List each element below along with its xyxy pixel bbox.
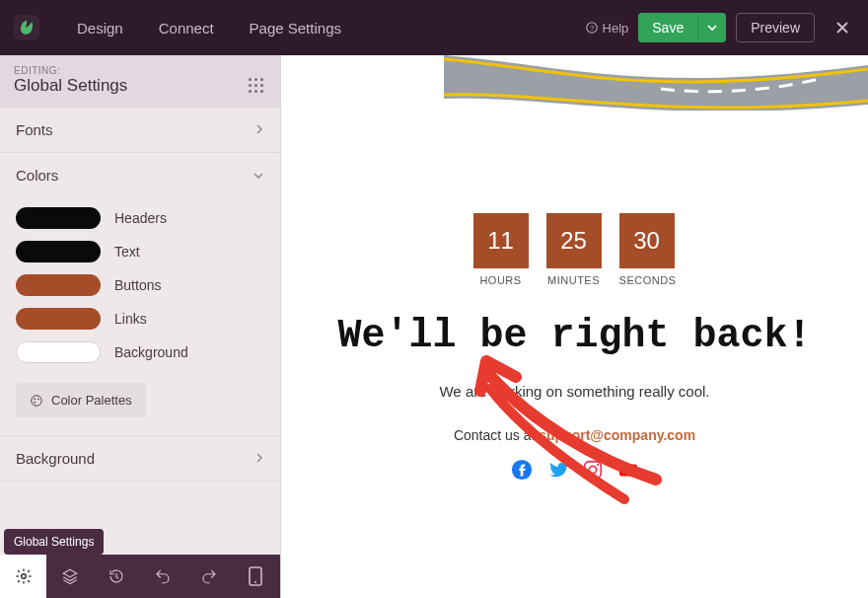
color-label: Links [114, 311, 147, 327]
footer-redo-button[interactable] [185, 555, 232, 598]
palette-icon [30, 394, 43, 408]
chevron-down-icon [253, 167, 264, 184]
color-row-links[interactable]: Links [16, 302, 264, 336]
svg-point-6 [21, 574, 26, 579]
countdown-hours-label: HOURS [473, 274, 529, 286]
page-heading[interactable]: We'll be right back! [317, 312, 832, 361]
countdown-seconds-label: SECONDS [619, 274, 677, 286]
leaf-icon [18, 19, 36, 37]
footer-undo-button[interactable] [139, 555, 185, 598]
countdown-minutes-label: MINUTES [546, 274, 602, 286]
layers-icon [61, 567, 79, 585]
preview-button[interactable]: Preview [736, 13, 815, 42]
page-canvas[interactable]: 11 HOURS 25 MINUTES 30 SECONDS We'll be … [281, 55, 868, 598]
caret-down-icon [707, 23, 717, 33]
chevron-right-icon [254, 450, 264, 467]
sidebar: EDITING: Global Settings Fonts Colors He… [0, 55, 281, 598]
color-row-headers[interactable]: Headers [16, 201, 264, 235]
color-label: Headers [114, 210, 167, 226]
svg-point-2 [32, 395, 42, 406]
close-icon [834, 20, 850, 36]
nav-design[interactable]: Design [59, 20, 141, 37]
countdown-minutes: 25 MINUTES [546, 213, 602, 286]
footer-layers-button[interactable] [46, 555, 93, 598]
color-label: Background [114, 344, 188, 360]
color-label: Buttons [114, 277, 161, 293]
color-swatch[interactable] [16, 241, 101, 262]
top-bar: Design Connect Page Settings ? Help Save… [0, 0, 868, 55]
footer-history-button[interactable] [93, 555, 139, 598]
svg-point-4 [37, 398, 39, 400]
color-row-text[interactable]: Text [16, 235, 264, 268]
countdown-hours-value: 11 [473, 213, 529, 268]
countdown: 11 HOURS 25 MINUTES 30 SECONDS [281, 213, 868, 286]
close-button[interactable] [831, 16, 854, 39]
accordion-fonts[interactable]: Fonts [0, 108, 280, 153]
top-right-controls: ? Help Save Preview [585, 13, 854, 42]
panel-title: Global Settings [14, 76, 127, 96]
mobile-icon [249, 566, 262, 586]
contact-line[interactable]: Contact us at support@company.com [281, 427, 868, 443]
footer-mobile-button[interactable] [232, 555, 278, 598]
color-swatch[interactable] [16, 308, 101, 330]
save-button[interactable]: Save [638, 13, 697, 42]
road-graphic [444, 55, 868, 111]
facebook-icon[interactable] [511, 459, 533, 481]
twitter-icon[interactable] [546, 459, 568, 481]
color-swatch[interactable] [16, 341, 101, 363]
gear-icon [15, 567, 33, 585]
social-icons [281, 459, 868, 481]
help-link[interactable]: ? Help [585, 21, 629, 36]
contact-email[interactable]: support@company.com [539, 427, 695, 443]
drag-handle-icon[interactable] [249, 78, 266, 96]
color-row-background[interactable]: Background [16, 336, 264, 369]
svg-point-5 [34, 401, 36, 403]
countdown-seconds-value: 30 [619, 213, 675, 268]
svg-point-12 [596, 464, 598, 466]
nav-page-settings[interactable]: Page Settings [232, 20, 359, 37]
countdown-minutes-value: 25 [546, 213, 602, 268]
colors-body: Headers Text Buttons Links Background Co… [0, 197, 280, 435]
save-dropdown-button[interactable] [697, 13, 726, 42]
footer-toolbar [0, 555, 280, 598]
svg-text:?: ? [589, 24, 593, 33]
page-subtext[interactable]: We are working on something really cool. [281, 383, 868, 400]
accordion-fonts-label: Fonts [16, 121, 53, 138]
svg-point-8 [254, 581, 256, 583]
color-swatch[interactable] [16, 207, 101, 229]
svg-point-11 [589, 466, 596, 473]
svg-point-3 [34, 398, 36, 400]
color-label: Text [114, 244, 140, 260]
editing-label: EDITING: [14, 65, 127, 76]
palettes-button-label: Color Palettes [51, 393, 132, 408]
help-label: Help [603, 21, 629, 36]
instagram-icon[interactable] [582, 459, 604, 481]
footer-settings-button[interactable] [0, 555, 46, 598]
accordion-background-label: Background [16, 450, 95, 467]
save-button-group: Save [638, 13, 726, 42]
youtube-icon[interactable] [617, 459, 639, 481]
nav-connect[interactable]: Connect [141, 20, 232, 37]
sidebar-footer: Global Settings [0, 555, 280, 598]
accordion-colors-label: Colors [16, 167, 58, 184]
color-swatch[interactable] [16, 274, 101, 296]
color-palettes-button[interactable]: Color Palettes [16, 383, 146, 417]
accordion-colors[interactable]: Colors [0, 153, 280, 197]
undo-icon [154, 567, 172, 585]
chevron-right-icon [254, 121, 264, 138]
redo-icon [200, 567, 218, 585]
countdown-hours: 11 HOURS [473, 213, 529, 286]
contact-prefix: Contact us at [454, 427, 539, 443]
history-icon [108, 567, 125, 585]
footer-tooltip: Global Settings [4, 529, 104, 555]
countdown-seconds: 30 SECONDS [619, 213, 677, 286]
help-icon: ? [585, 21, 599, 35]
app-logo [14, 15, 39, 40]
panel-header: EDITING: Global Settings [0, 55, 280, 108]
color-row-buttons[interactable]: Buttons [16, 268, 264, 302]
accordion-background[interactable]: Background [0, 435, 280, 482]
